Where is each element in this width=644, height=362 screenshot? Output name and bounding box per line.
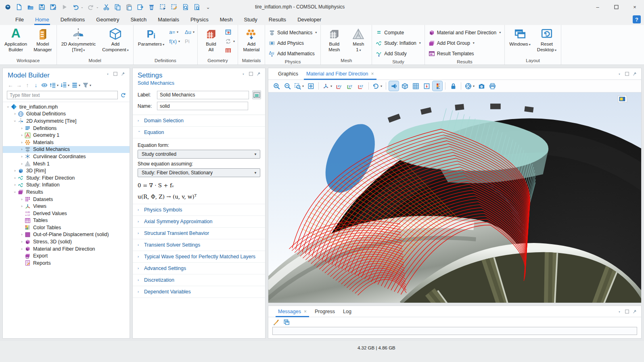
- tree-item[interactable]: ›Global Definitions: [3, 111, 130, 118]
- scene-light-button[interactable]: [389, 81, 399, 91]
- menu-tab-developer[interactable]: Developer: [292, 14, 327, 25]
- graphics-tab-graphics[interactable]: Graphics: [274, 68, 302, 80]
- section-header-domain-selection[interactable]: ›Domain Selection: [133, 115, 265, 127]
- section-header-advanced-settings[interactable]: ›Advanced Settings: [133, 263, 265, 274]
- minimize-button[interactable]: –: [588, 0, 607, 14]
- chevron-down-icon[interactable]: ⌄: [96, 5, 100, 9]
- ribbon-mini-f(x)[interactable]: f(x)▾: [168, 37, 181, 46]
- find-doc-button[interactable]: [180, 2, 190, 12]
- snapshot-button[interactable]: [477, 81, 486, 91]
- ribbon-row-add-study[interactable]: Add Study: [374, 48, 422, 59]
- panel-corner-icons[interactable]: ▾: [105, 71, 125, 76]
- tree-expander-icon[interactable]: ›: [19, 204, 25, 208]
- section-header-axial-symmetry-approximation[interactable]: ›Axial Symmetry Approximation: [133, 216, 265, 228]
- ribbon-mini-import-seq[interactable]: [224, 27, 236, 36]
- messages-tab-messages[interactable]: Messages×: [274, 306, 311, 317]
- tree-item[interactable]: ›2D Axisymmetric [Tire]: [3, 117, 130, 125]
- panel-corner-icons[interactable]: ▾: [617, 309, 637, 314]
- tree-expander-icon[interactable]: ›: [19, 140, 25, 144]
- view-xz-button[interactable]: xz: [356, 81, 366, 91]
- ribbon-button-windows[interactable]: Windows▾: [506, 27, 533, 49]
- tree-expander-icon[interactable]: ›: [13, 189, 17, 195]
- section-header-transient-solver-settings[interactable]: ›Transient Solver Settings: [133, 239, 265, 251]
- tree-expander-icon[interactable]: ›: [19, 147, 25, 151]
- collapse-button[interactable]: ▾: [49, 82, 59, 89]
- save-edit-button[interactable]: [48, 2, 58, 12]
- view-yz-button[interactable]: yz: [345, 81, 355, 91]
- open-button[interactable]: [25, 2, 36, 12]
- tree-item[interactable]: ›Definitions: [3, 125, 130, 132]
- overflow-button[interactable]: ⌄: [203, 2, 213, 12]
- duplicate-button[interactable]: [135, 2, 145, 12]
- lock-axes-button[interactable]: [448, 81, 458, 91]
- tree-item[interactable]: ›Stress, 3D (solid): [3, 238, 130, 245]
- save-button[interactable]: [36, 2, 47, 12]
- ribbon-button-model-manager[interactable]: ModelManager: [31, 27, 54, 54]
- clear-brush-button[interactable]: [272, 318, 280, 326]
- ribbon-button-axisym-2d[interactable]: 2D Axisymmetric[Tire]▾: [59, 27, 99, 54]
- run-button[interactable]: [59, 2, 69, 12]
- ribbon-button-build-all[interactable]: BuildAll: [199, 27, 223, 54]
- appearance-button[interactable]: ▾: [464, 81, 475, 91]
- cut-button[interactable]: [101, 2, 111, 12]
- tree-expander-icon[interactable]: ›: [19, 197, 25, 201]
- tree-item[interactable]: ›Study: Fiber Direction: [3, 174, 130, 182]
- tree-item[interactable]: ›Geometry 1: [3, 132, 130, 139]
- menu-tab-file[interactable]: File: [10, 14, 29, 25]
- tree-expander-icon[interactable]: ›: [19, 162, 25, 166]
- tree-item[interactable]: ›Datasets: [3, 196, 130, 203]
- clip-plane-button[interactable]: [422, 81, 431, 91]
- view-xy-button[interactable]: xy: [334, 81, 344, 91]
- section-header-physics-symbols[interactable]: ›Physics Symbols: [133, 204, 265, 216]
- menu-tab-mesh[interactable]: Mesh: [214, 14, 238, 25]
- tree-item[interactable]: ›tire_inflation.mph: [3, 103, 130, 111]
- go-to-view-button[interactable]: ▾: [322, 81, 333, 91]
- tree-item[interactable]: ›Materials: [3, 139, 130, 146]
- node-group-button[interactable]: ▾: [71, 82, 81, 89]
- tree-item[interactable]: ›Mesh 1: [3, 160, 130, 167]
- tree-expander-icon[interactable]: ›: [13, 118, 17, 124]
- zoom-box-button[interactable]: ▾: [293, 81, 305, 91]
- copy-button[interactable]: [112, 2, 123, 12]
- tree-item[interactable]: Tables: [3, 217, 130, 224]
- new-file-button[interactable]: [14, 2, 24, 12]
- tree-item[interactable]: 8.85e-12Derived Values: [3, 210, 130, 217]
- show-toggle-button[interactable]: [41, 82, 48, 89]
- messages-tab-log[interactable]: Log: [339, 306, 355, 317]
- ribbon-row-add-plot-group[interactable]: Add Plot Group▾: [427, 38, 503, 48]
- section-header-typical-wave-speed-for-perfectly-matched-layers[interactable]: ›Typical Wave Speed for Perfectly Matche…: [133, 251, 265, 263]
- redo-button[interactable]: [86, 2, 96, 12]
- panel-corner-icons[interactable]: ▾: [241, 71, 261, 76]
- select-button[interactable]: [157, 2, 168, 12]
- ribbon-row-result-templates[interactable]: Result Templates: [427, 48, 503, 59]
- ribbon-button-reset-desktop[interactable]: ResetDesktop▾: [534, 27, 559, 54]
- tree-item[interactable]: Color Tables: [3, 224, 130, 231]
- close-button[interactable]: ×: [625, 0, 644, 14]
- ribbon-mini-a=[interactable]: a=▾: [168, 27, 181, 36]
- section-header-equation[interactable]: ›Equation: [133, 127, 265, 138]
- tree-expander-icon[interactable]: ›: [19, 155, 25, 159]
- print-button[interactable]: [487, 81, 497, 91]
- refresh-icon[interactable]: [120, 92, 126, 98]
- panel-corner-icons[interactable]: ▾: [617, 71, 637, 76]
- ribbon-button-add-component[interactable]: AddComponent▾: [99, 27, 131, 54]
- ribbon-button-mesh-tri[interactable]: Mesh1▾: [347, 27, 370, 54]
- tree-item[interactable]: ›Study: Inflation: [3, 182, 130, 189]
- tree-item[interactable]: ›Material and Fiber Direction: [3, 245, 130, 253]
- tree-item[interactable]: ›Results: [3, 188, 130, 196]
- transparency-button[interactable]: [400, 81, 410, 91]
- tree-item[interactable]: ›3D [Rim]: [3, 167, 130, 174]
- tree-expander-icon[interactable]: ›: [6, 104, 10, 110]
- menu-tab-physics[interactable]: Physics: [185, 14, 214, 25]
- menu-tab-materials[interactable]: Materials: [152, 14, 185, 25]
- tree-expander-icon[interactable]: ›: [19, 232, 25, 236]
- tree-expander-icon[interactable]: ›: [12, 112, 18, 116]
- name-field-input[interactable]: [157, 102, 248, 110]
- chevron-down-icon[interactable]: ⌄: [81, 5, 85, 9]
- deselect-button[interactable]: [169, 2, 179, 12]
- tree-expander-icon[interactable]: ›: [12, 176, 18, 180]
- label-field-input[interactable]: [157, 91, 249, 99]
- ribbon-button-build-mesh[interactable]: BuildMesh: [322, 27, 346, 54]
- ribbon-button-app-builder[interactable]: AApplicationBuilder: [2, 27, 30, 54]
- tree-filter-input[interactable]: [7, 91, 118, 99]
